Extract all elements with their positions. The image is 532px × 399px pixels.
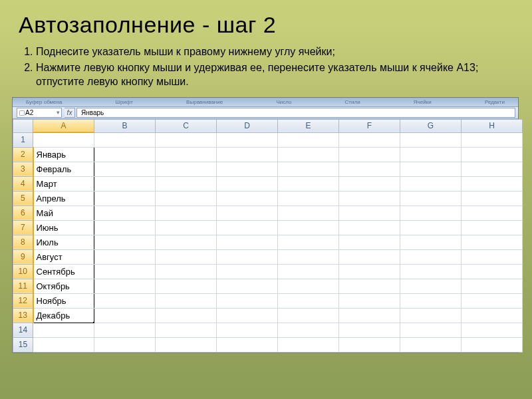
formula-bar[interactable]: Январь [76, 108, 515, 118]
cell[interactable] [462, 308, 523, 323]
cell[interactable] [400, 293, 462, 308]
row-header[interactable]: 15 [13, 337, 33, 352]
cell[interactable] [217, 293, 278, 308]
cell[interactable] [339, 337, 400, 352]
cell[interactable] [278, 293, 339, 308]
cell[interactable] [156, 293, 217, 308]
cell[interactable] [156, 279, 217, 293]
cell[interactable] [339, 323, 400, 337]
row-header[interactable]: 9 [13, 249, 33, 264]
row-header[interactable]: 2 [13, 147, 33, 162]
cell[interactable]: Май [33, 205, 94, 220]
cell[interactable] [339, 235, 400, 249]
cell[interactable] [400, 191, 462, 205]
cell[interactable] [400, 162, 462, 176]
cell[interactable] [94, 176, 156, 191]
cell[interactable] [400, 308, 462, 323]
cell[interactable] [217, 191, 278, 205]
cell[interactable] [462, 337, 523, 352]
column-header[interactable]: H [462, 119, 523, 132]
spreadsheet-grid[interactable]: ABCDEFGH 12Январь3Февраль4Март5Апрель6Ма… [13, 119, 523, 352]
cell[interactable] [278, 264, 339, 279]
cell[interactable] [278, 308, 339, 323]
cell[interactable] [217, 279, 278, 293]
cell[interactable] [339, 249, 400, 264]
row-header[interactable]: 14 [13, 323, 33, 337]
cell[interactable] [339, 132, 400, 147]
cell[interactable] [217, 162, 278, 176]
cell[interactable] [462, 147, 523, 162]
cell[interactable] [156, 264, 217, 279]
cell[interactable] [462, 323, 523, 337]
cell[interactable] [217, 264, 278, 279]
cell[interactable] [156, 205, 217, 220]
cell[interactable]: Июнь [33, 220, 94, 235]
cell[interactable] [94, 220, 156, 235]
cell[interactable] [278, 220, 339, 235]
cell[interactable] [462, 293, 523, 308]
cell[interactable] [278, 162, 339, 176]
column-header[interactable]: D [217, 119, 278, 132]
cell[interactable] [339, 176, 400, 191]
cell[interactable] [156, 162, 217, 176]
name-box[interactable]: A2 [17, 108, 62, 118]
column-header[interactable]: G [400, 119, 462, 132]
row-header[interactable]: 3 [13, 162, 33, 176]
cell[interactable]: Январь [33, 147, 94, 162]
cell[interactable]: Февраль [33, 162, 94, 176]
cell[interactable] [400, 220, 462, 235]
cell[interactable] [33, 323, 94, 337]
cell[interactable] [94, 308, 156, 323]
cell[interactable] [339, 308, 400, 323]
cell[interactable] [94, 191, 156, 205]
cell[interactable]: Ноябрь [33, 293, 94, 308]
cell[interactable] [217, 235, 278, 249]
cell[interactable] [462, 191, 523, 205]
cell[interactable] [400, 337, 462, 352]
cell[interactable] [462, 132, 523, 147]
column-header[interactable]: F [339, 119, 400, 132]
cell[interactable] [33, 337, 94, 352]
column-header[interactable]: A [33, 119, 94, 132]
cell[interactable]: Август [33, 249, 94, 264]
cell[interactable] [33, 132, 94, 147]
cell[interactable] [94, 147, 156, 162]
cell[interactable] [339, 162, 400, 176]
cell[interactable]: Апрель [33, 191, 94, 205]
cell[interactable] [278, 147, 339, 162]
cell[interactable] [462, 220, 523, 235]
row-header[interactable]: 13 [13, 308, 33, 323]
cell[interactable] [462, 162, 523, 176]
cell[interactable] [156, 191, 217, 205]
cell[interactable] [278, 132, 339, 147]
cell[interactable] [94, 279, 156, 293]
cell[interactable] [278, 191, 339, 205]
cell[interactable] [94, 205, 156, 220]
cell[interactable] [217, 132, 278, 147]
cell[interactable] [156, 337, 217, 352]
row-header[interactable]: 4 [13, 176, 33, 191]
cell[interactable] [156, 308, 217, 323]
row-header[interactable]: 6 [13, 205, 33, 220]
cell[interactable] [278, 176, 339, 191]
cell[interactable] [217, 249, 278, 264]
cell[interactable]: Октябрь [33, 279, 94, 293]
cell[interactable]: Декабрь⬚ [33, 308, 94, 323]
cell[interactable] [217, 337, 278, 352]
cell[interactable]: Март [33, 176, 94, 191]
column-header[interactable]: E [278, 119, 339, 132]
cell[interactable] [400, 176, 462, 191]
cell[interactable] [217, 323, 278, 337]
cell[interactable] [156, 132, 217, 147]
fx-button[interactable]: fx [65, 108, 75, 118]
cell[interactable] [94, 293, 156, 308]
cell[interactable] [400, 264, 462, 279]
cell[interactable] [462, 205, 523, 220]
cell[interactable] [339, 293, 400, 308]
fill-handle[interactable] [92, 321, 94, 323]
cell[interactable] [339, 279, 400, 293]
cell[interactable] [156, 249, 217, 264]
cell[interactable] [278, 235, 339, 249]
cell[interactable] [400, 235, 462, 249]
cell[interactable] [94, 249, 156, 264]
